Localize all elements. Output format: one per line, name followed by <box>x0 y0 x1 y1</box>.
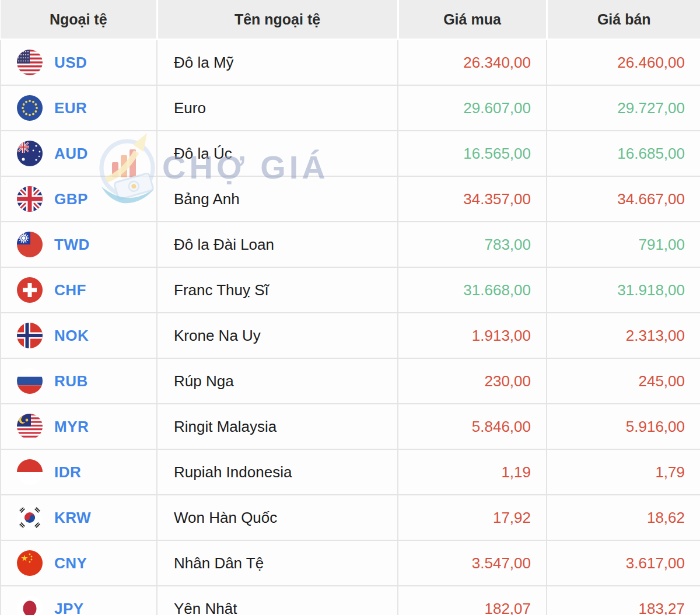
currency-cell: EUR <box>1 85 157 131</box>
kr-flag-icon <box>17 505 43 530</box>
currency-cell: RUB <box>1 358 157 404</box>
ru-flag-icon <box>17 368 43 394</box>
currency-code-link[interactable]: USD <box>54 54 87 72</box>
id-flag-icon <box>17 459 43 485</box>
currency-code-link[interactable]: JPY <box>54 600 84 615</box>
sell-price: 183,27 <box>547 586 700 615</box>
sell-price: 34.667,00 <box>547 176 700 222</box>
currency-name: Rupiah Indonesia <box>157 449 398 495</box>
table-row: RUBRúp Nga230,00245,00 <box>1 358 700 404</box>
table-row: MYRRingit Malaysia5.846,005.916,00 <box>1 404 700 449</box>
table-row: JPYYên Nhật182,07183,27 <box>1 586 700 615</box>
sell-price: 245,00 <box>547 358 700 404</box>
my-flag-icon <box>17 414 43 439</box>
currency-name: Ringit Malaysia <box>157 404 398 449</box>
currency-name: Đô la Mỹ <box>157 40 398 86</box>
currency-cell: KRW <box>1 495 157 540</box>
currency-name: Bảng Anh <box>157 176 398 222</box>
currency-code-link[interactable]: CHF <box>54 281 86 299</box>
sell-price: 2.313,00 <box>547 313 700 358</box>
table-row: TWDĐô la Đài Loan783,00791,00 <box>1 222 700 267</box>
buy-price: 1,19 <box>398 449 547 495</box>
buy-price: 1.913,00 <box>398 313 547 358</box>
sell-price: 18,62 <box>547 495 700 540</box>
column-header-buy: Giá mua <box>398 0 547 40</box>
currency-cell: USD <box>1 40 157 86</box>
column-header-sell: Giá bán <box>547 0 700 40</box>
cn-flag-icon <box>17 550 43 576</box>
au-flag-icon <box>17 141 43 166</box>
currency-cell: GBP <box>1 176 157 222</box>
sell-price: 1,79 <box>547 449 700 495</box>
gb-flag-icon <box>17 186 43 212</box>
currency-code-link[interactable]: MYR <box>54 418 89 436</box>
currency-name: Đô la Úc <box>157 131 398 176</box>
currency-name: Won Hàn Quốc <box>157 495 398 540</box>
currency-code-link[interactable]: RUB <box>54 372 88 390</box>
currency-code-link[interactable]: EUR <box>54 99 87 117</box>
sell-price: 791,00 <box>547 222 700 267</box>
currency-code-link[interactable]: CNY <box>54 554 87 572</box>
currency-code-link[interactable]: AUD <box>54 145 88 163</box>
table-row: KRWWon Hàn Quốc17,9218,62 <box>1 495 700 540</box>
table-row: CNYNhân Dân Tệ3.547,003.617,00 <box>1 540 700 586</box>
currency-code-link[interactable]: TWD <box>54 236 90 254</box>
exchange-rate-table: Ngoại tệ Tên ngoại tệ Giá mua Giá bán US… <box>0 0 700 615</box>
buy-price: 16.565,00 <box>398 131 547 176</box>
sell-price: 5.916,00 <box>547 404 700 449</box>
table-header: Ngoại tệ Tên ngoại tệ Giá mua Giá bán <box>1 0 700 40</box>
sell-price: 31.918,00 <box>547 267 700 313</box>
column-header-currency: Ngoại tệ <box>1 0 157 40</box>
buy-price: 3.547,00 <box>398 540 547 586</box>
buy-price: 783,00 <box>398 222 547 267</box>
currency-cell: TWD <box>1 222 157 267</box>
currency-code-link[interactable]: NOK <box>54 327 89 345</box>
currency-cell: AUD <box>1 131 157 176</box>
currency-cell: CHF <box>1 267 157 313</box>
eu-flag-icon <box>17 95 43 121</box>
table-row: CHFFranc Thuỵ Sĩ31.668,0031.918,00 <box>1 267 700 313</box>
currency-cell: CNY <box>1 540 157 586</box>
sell-price: 3.617,00 <box>547 540 700 586</box>
buy-price: 29.607,00 <box>398 85 547 131</box>
sell-price: 26.460,00 <box>547 40 700 86</box>
tw-flag-icon <box>17 232 43 257</box>
currency-name: Đô la Đài Loan <box>157 222 398 267</box>
currency-code-link[interactable]: IDR <box>54 463 81 481</box>
table-body: USDĐô la Mỹ26.340,0026.460,00EUREuro29.6… <box>1 40 700 615</box>
currency-name: Euro <box>157 85 398 131</box>
table-row: NOKKrone Na Uy1.913,002.313,00 <box>1 313 700 358</box>
buy-price: 230,00 <box>398 358 547 404</box>
table-row: GBPBảng Anh34.357,0034.667,00 <box>1 176 700 222</box>
column-header-name: Tên ngoại tệ <box>157 0 398 40</box>
buy-price: 34.357,00 <box>398 176 547 222</box>
buy-price: 182,07 <box>398 586 547 615</box>
us-flag-icon <box>17 50 43 75</box>
table-row: AUDĐô la Úc16.565,0016.685,00 <box>1 131 700 176</box>
no-flag-icon <box>17 323 43 348</box>
currency-cell: MYR <box>1 404 157 449</box>
currency-code-link[interactable]: KRW <box>54 509 91 527</box>
buy-price: 17,92 <box>398 495 547 540</box>
currency-name: Nhân Dân Tệ <box>157 540 398 586</box>
sell-price: 29.727,00 <box>547 85 700 131</box>
currency-name: Krone Na Uy <box>157 313 398 358</box>
ch-flag-icon <box>17 277 43 303</box>
buy-price: 5.846,00 <box>398 404 547 449</box>
buy-price: 26.340,00 <box>398 40 547 86</box>
buy-price: 31.668,00 <box>398 267 547 313</box>
currency-cell: NOK <box>1 313 157 358</box>
table-row: EUREuro29.607,0029.727,00 <box>1 85 700 131</box>
currency-code-link[interactable]: GBP <box>54 190 88 208</box>
table-row: IDRRupiah Indonesia1,191,79 <box>1 449 700 495</box>
currency-name: Rúp Nga <box>157 358 398 404</box>
currency-name: Yên Nhật <box>157 586 398 615</box>
currency-cell: JPY <box>1 586 157 615</box>
sell-price: 16.685,00 <box>547 131 700 176</box>
currency-cell: IDR <box>1 449 157 495</box>
jp-flag-icon <box>17 596 43 615</box>
currency-name: Franc Thuỵ Sĩ <box>157 267 398 313</box>
table-row: USDĐô la Mỹ26.340,0026.460,00 <box>1 40 700 86</box>
